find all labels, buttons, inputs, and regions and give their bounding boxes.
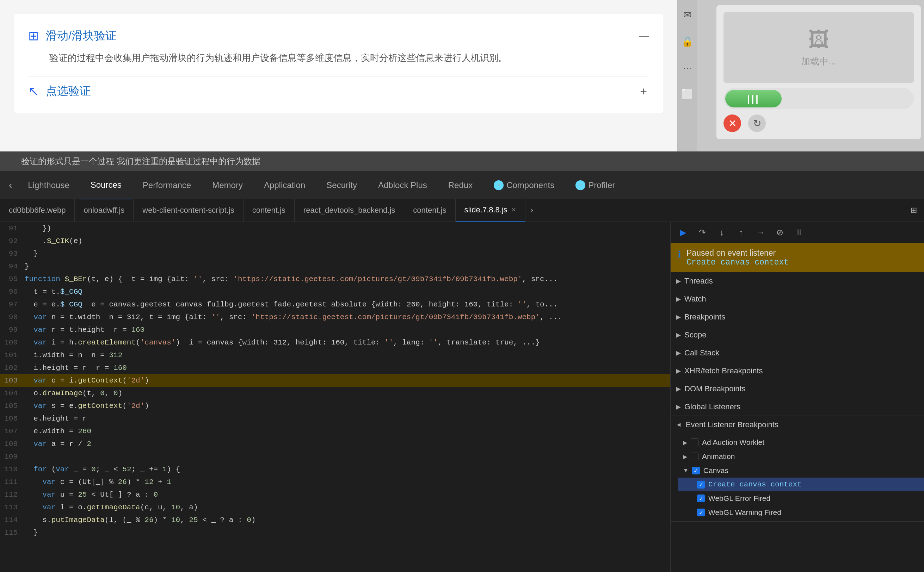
event-listener-children: ▶ Ad Auction Worklet ▶ Animation ▼ ✓ Can… xyxy=(671,434,924,521)
step-over-button[interactable]: ↷ xyxy=(695,225,709,239)
devtools-right-panel: ▶ ↷ ↓ ↑ → ⊘ ⏸ ℹ Paused on event listener… xyxy=(670,222,924,572)
tab-redux[interactable]: Redux xyxy=(438,171,483,199)
code-line-103: 103 var o = i.getContext('2d') xyxy=(0,374,670,387)
canvas-checkbox[interactable]: ✓ xyxy=(692,467,700,474)
paused-title: Paused on event listener xyxy=(687,248,789,258)
tab-components[interactable]: ⚛ Components xyxy=(483,171,565,199)
more-icon[interactable]: ··· xyxy=(678,58,697,78)
code-line-112: 112 var u = 25 < Ut[_] ? a : 0 xyxy=(0,488,670,501)
webgl-error-checkbox[interactable]: ✓ xyxy=(697,494,705,502)
lock-icon[interactable]: 🔒 xyxy=(678,32,697,51)
file-tabs: cd0bbb6fe.webp onloadwff.js web-client-c… xyxy=(0,199,924,222)
code-line-94: 94 } xyxy=(0,260,670,273)
captcha-slider[interactable]: ||| xyxy=(723,88,914,109)
watch-section: ▶ Watch xyxy=(671,290,924,308)
ad-auction-checkbox[interactable] xyxy=(691,438,698,446)
webgl-warning-checkbox[interactable]: ✓ xyxy=(697,508,705,516)
threads-section: ▶ Threads xyxy=(671,272,924,290)
captcha-click-item[interactable]: ↖ 点选验证 ＋ xyxy=(28,84,649,99)
code-line-110: 110 for (var _ = 0; _ < 52; _ += 1) { xyxy=(0,463,670,476)
code-line-108: 108 var a = r / 2 xyxy=(0,437,670,450)
file-panel-icon[interactable]: ⊞ xyxy=(904,206,924,215)
file-tab-content2[interactable]: content.js xyxy=(404,199,455,222)
file-tab-onload[interactable]: onloadwff.js xyxy=(75,199,134,222)
deactivate-breakpoints-button[interactable]: ⊘ xyxy=(773,225,787,239)
xhr-arrow: ▶ xyxy=(676,367,681,375)
right-side-panel: ✉ 🔒 ··· ⬜ 🖼 加载中... ||| ✕ xyxy=(677,0,924,151)
page-content: ⊞ 滑动/滑块验证 — 验证的过程中会收集用户拖动滑块的行为轨迹和用户设备信息等… xyxy=(0,0,677,151)
step-into-button[interactable]: ↓ xyxy=(715,225,729,239)
captcha-slide-item: ⊞ 滑动/滑块验证 — 验证的过程中会收集用户拖动滑块的行为轨迹和用户设备信息等… xyxy=(28,28,649,65)
file-tab-content1[interactable]: content.js xyxy=(243,199,294,222)
webgl-warning-item[interactable]: ✓ WebGL Warning Fired xyxy=(678,505,924,519)
captcha-slide-title: ⊞ 滑动/滑块验证 — xyxy=(28,28,649,44)
file-tab-webclient[interactable]: web-client-content-script.js xyxy=(134,199,243,222)
divider xyxy=(28,76,649,76)
step-out-button[interactable]: ↑ xyxy=(734,225,748,239)
global-listeners-header[interactable]: ▶ Global Listeners xyxy=(671,398,924,416)
event-listener-header[interactable]: ▼ Event Listener Breakpoints xyxy=(671,416,924,434)
watch-header[interactable]: ▶ Watch xyxy=(671,290,924,308)
canvas-children: ✓ Create canvas context ✓ WebGL Error Fi… xyxy=(671,477,924,519)
step-button[interactable]: → xyxy=(753,225,768,239)
pause-exceptions-button[interactable]: ⏸ xyxy=(792,225,806,239)
file-tabs-more[interactable]: › xyxy=(525,206,539,215)
paused-subtitle: Create canvas context xyxy=(687,258,789,267)
popup-image-area: 🖼 加载中... xyxy=(723,12,914,83)
devtools-main: 91 }) 92 .$_CIK(e) 93 } 94 } 95 function… xyxy=(0,222,924,572)
canvas-item[interactable]: ▼ ✓ Canvas xyxy=(671,463,924,477)
scope-header[interactable]: ▶ Scope xyxy=(671,326,924,344)
tab-application[interactable]: Application xyxy=(253,171,316,199)
animation-arrow: ▶ xyxy=(683,453,687,460)
animation-checkbox[interactable] xyxy=(691,452,698,460)
dom-section: ▶ DOM Breakpoints xyxy=(671,380,924,398)
slider-button[interactable]: ||| xyxy=(725,90,782,107)
ad-auction-item[interactable]: ▶ Ad Auction Worklet xyxy=(671,435,924,449)
create-canvas-checkbox[interactable]: ✓ xyxy=(697,481,705,488)
code-line-98: 98 var n = t.width n = 312, t = img {alt… xyxy=(0,311,670,323)
tab-lighthouse[interactable]: Lighthouse xyxy=(17,171,79,199)
file-tab-slide[interactable]: slide.7.8.8.js ✕ xyxy=(456,199,525,222)
xhr-header[interactable]: ▶ XHR/fetch Breakpoints xyxy=(671,362,924,380)
file-tab-react[interactable]: react_devtools_backend.js xyxy=(294,199,405,222)
tab-overflow-left[interactable]: ‹ xyxy=(3,171,17,199)
file-tab-close-icon[interactable]: ✕ xyxy=(511,206,516,214)
callstack-arrow: ▶ xyxy=(676,349,681,357)
breakpoints-header[interactable]: ▶ Breakpoints xyxy=(671,308,924,326)
dom-header[interactable]: ▶ DOM Breakpoints xyxy=(671,380,924,398)
file-tab-webp[interactable]: cd0bbb6fe.webp xyxy=(0,199,75,222)
callstack-header[interactable]: ▶ Call Stack xyxy=(671,344,924,362)
code-line-102: 102 i.height = r r = 160 xyxy=(0,361,670,374)
extra-icon[interactable]: ⬜ xyxy=(678,84,697,104)
animation-item[interactable]: ▶ Animation xyxy=(671,449,924,463)
callstack-section: ▶ Call Stack xyxy=(671,344,924,362)
scope-arrow: ▶ xyxy=(676,331,681,339)
resume-button[interactable]: ▶ xyxy=(676,225,690,239)
code-editor[interactable]: 91 }) 92 .$_CIK(e) 93 } 94 } 95 function… xyxy=(0,222,670,572)
code-line-100: 100 var i = h.createElement('canvas') i … xyxy=(0,336,670,349)
collapse-icon[interactable]: — xyxy=(639,30,649,42)
tab-security[interactable]: Security xyxy=(316,171,368,199)
close-button[interactable]: ✕ xyxy=(723,115,741,132)
scope-section: ▶ Scope xyxy=(671,326,924,344)
code-line-101: 101 i.width = n n = 312 xyxy=(0,349,670,361)
tab-adblock[interactable]: Adblock Plus xyxy=(368,171,438,199)
paused-banner: ℹ Paused on event listener Create canvas… xyxy=(671,243,924,272)
tab-profiler[interactable]: ⚛ Profiler xyxy=(565,171,625,199)
tab-performance[interactable]: Performance xyxy=(132,171,202,199)
threads-header[interactable]: ▶ Threads xyxy=(671,272,924,290)
webgl-error-item[interactable]: ✓ WebGL Error Fired xyxy=(678,491,924,505)
refresh-button[interactable]: ↻ xyxy=(748,115,766,132)
email-icon[interactable]: ✉ xyxy=(678,5,697,25)
devtools-tabs: ‹ ... Lighthouse Sources Performance Mem… xyxy=(0,171,924,199)
code-line-92: 92 .$_CIK(e) xyxy=(0,235,670,247)
right-popup-col: 🖼 加载中... ||| ✕ ↻ xyxy=(697,0,924,151)
tab-memory[interactable]: Memory xyxy=(202,171,253,199)
image-placeholder-icon: 🖼 xyxy=(808,28,829,52)
create-canvas-context-item[interactable]: ✓ Create canvas context xyxy=(678,477,924,491)
add-icon[interactable]: ＋ xyxy=(638,84,649,99)
ad-auction-arrow: ▶ xyxy=(683,439,687,446)
tab-sources[interactable]: Sources xyxy=(80,171,132,199)
browser-top: ⊞ 滑动/滑块验证 — 验证的过程中会收集用户拖动滑块的行为轨迹和用户设备信息等… xyxy=(0,0,924,151)
code-line-111: 111 var c = (Ut[_] % 26) * 12 + 1 xyxy=(0,476,670,488)
